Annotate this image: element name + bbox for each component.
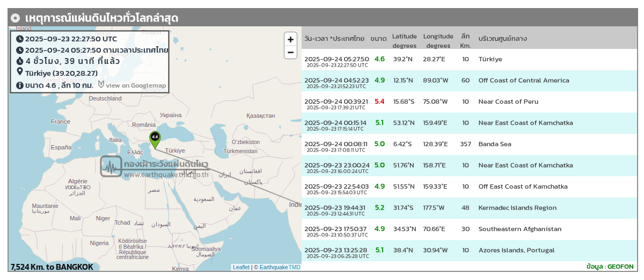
svg-text:centrafricaine: centrafricaine <box>116 254 149 260</box>
svg-text:Tchad: Tchad <box>114 219 130 226</box>
svg-text:Algérie: Algérie <box>68 178 87 184</box>
svg-text:Nigeria: Nigeria <box>90 240 109 246</box>
svg-text:Soomaaliya: Soomaaliya <box>192 246 221 252</box>
svg-text:Ködörösêse: Ködörösêse <box>118 238 147 244</box>
svg-text:România: România <box>132 121 156 128</box>
svg-text:Deutschland: Deutschland <box>89 95 121 102</box>
svg-text:Oʼzbekiston: Oʼzbekiston <box>232 139 260 145</box>
svg-text:Қазақстан: Қазақстан <box>246 112 275 119</box>
svg-text:Mauritanie: Mauritanie <box>32 203 58 209</box>
svg-text:France: France <box>51 118 70 125</box>
svg-text:Niger: Niger <box>96 215 111 221</box>
svg-text:Türkmenistan: Türkmenistan <box>223 148 258 154</box>
svg-text:4.6: 4.6 <box>152 134 158 139</box>
svg-text:Ελλάς: Ελλάς <box>127 149 143 155</box>
svg-text:España: España <box>50 144 72 150</box>
svg-text:Italia: Italia <box>109 137 122 143</box>
svg-text:Україна: Україна <box>160 112 182 118</box>
svg-text:Türkiye: Türkiye <box>165 147 185 154</box>
svg-text:Mali: Mali <box>70 215 80 221</box>
svg-text:Leaflet | © EarthquakeTMD: Leaflet | © EarthquakeTMD <box>233 264 301 270</box>
